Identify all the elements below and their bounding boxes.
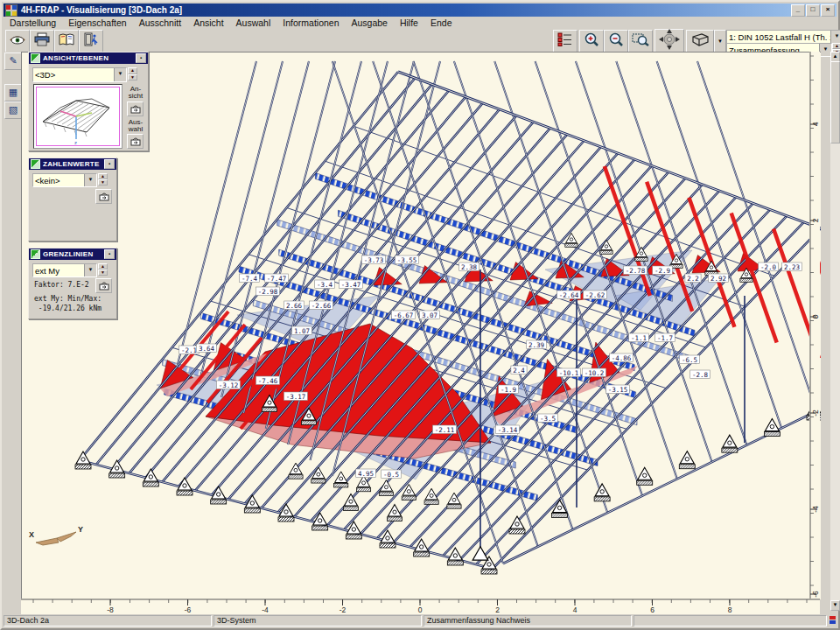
svg-text:-8: -8 — [107, 606, 114, 614]
spin-down-icon[interactable]: ▼ — [128, 74, 137, 81]
minimize-button[interactable]: _ — [791, 4, 805, 17]
scroll-down-icon[interactable]: ▼ — [830, 600, 840, 611]
zoom-in-button[interactable] — [579, 30, 604, 52]
grid-tool-button[interactable]: ▦ — [4, 84, 22, 102]
svg-text:Y: Y — [78, 525, 83, 534]
panel-icon — [31, 249, 40, 259]
svg-text:0: 0 — [811, 314, 820, 318]
horizontal-ruler: -8-6-4-202468 — [21, 598, 820, 614]
menu-darstellung[interactable]: Darstellung — [4, 18, 62, 28]
svg-text:-1.1: -1.1 — [631, 334, 647, 342]
svg-text:-4: -4 — [262, 606, 269, 614]
svg-text:1.07: 1.07 — [294, 327, 310, 335]
edit-tool-button[interactable]: ✎ — [4, 52, 22, 70]
panel-menu-button[interactable]: ▪ — [104, 249, 115, 259]
lastfall-combobox[interactable]: 1: DIN 1052 Lastfall H (Th. 1. Or ▼ — [726, 30, 840, 44]
menu-ende[interactable]: Ende — [424, 18, 458, 28]
svg-text:-2.78: -2.78 — [626, 267, 646, 275]
svg-text:-1.9: -1.9 — [500, 386, 516, 394]
menu-auswahl[interactable]: Auswahl — [230, 18, 277, 28]
apply-values-button[interactable] — [95, 189, 112, 204]
app-window: 4H-FRAP - Visualisierung [3D-Dach 2a] _ … — [0, 0, 840, 630]
panel-title-bar[interactable]: GRENZLINIEN ▪ — [29, 248, 116, 260]
spin-up-icon[interactable]: ▲ — [832, 43, 840, 49]
chevron-down-icon[interactable]: ▼ — [114, 68, 126, 81]
pan-button[interactable] — [654, 29, 684, 53]
svg-text:2: 2 — [495, 606, 500, 614]
status-bar: 3D-Dach 2a 3D-System Zusammenfassung Nac… — [4, 614, 836, 626]
svg-text:4: 4 — [573, 606, 578, 614]
menu-informationen[interactable]: Informationen — [276, 18, 345, 28]
menu-hilfe[interactable]: Hilfe — [394, 18, 424, 28]
svg-text:6: 6 — [650, 606, 654, 614]
maximize-button[interactable]: □ — [806, 4, 820, 17]
chevron-down-icon[interactable]: ▼ — [830, 31, 840, 43]
book-icon — [59, 32, 74, 50]
svg-text:3.07: 3.07 — [422, 312, 438, 319]
svg-text:4.95: 4.95 — [358, 470, 374, 478]
chevron-down-icon[interactable]: ▼ — [819, 44, 831, 56]
spin-up-icon[interactable]: ▲ — [98, 173, 108, 179]
values-combobox[interactable]: <kein> ▼ — [32, 173, 97, 187]
panel-zahlenwerte[interactable]: ZAHLENWERTE ▪ <kein> ▼ ▲▼ — [28, 158, 117, 242]
svg-text:-1.7: -1.7 — [657, 334, 673, 342]
layers-icon: ▧ — [9, 104, 18, 115]
svg-text:-7.4: -7.4 — [242, 275, 258, 283]
svg-text:-6.5: -6.5 — [682, 356, 697, 364]
menu-eigenschaften[interactable]: Eigenschaften — [62, 18, 133, 28]
panel-menu-button[interactable]: ▪ — [136, 53, 146, 63]
svg-text:-10.2: -10.2 — [584, 369, 605, 377]
panel-ansicht-ebenen[interactable]: ANSICHT/EBENEN ▪ <3D> ▼ ▲▼ z An- si — [28, 52, 149, 151]
view-3d-box-button[interactable] — [686, 30, 714, 52]
spin-down-icon[interactable]: ▼ — [98, 179, 108, 186]
grenzlinien-spinner[interactable]: ▲▼ — [98, 263, 108, 276]
close-button[interactable]: × — [821, 4, 835, 17]
view-combobox[interactable]: <3D> ▼ — [32, 67, 127, 82]
grid-icon: ▦ — [9, 87, 18, 97]
svg-text:-2.9: -2.9 — [654, 267, 670, 275]
svg-text:-2.66: -2.66 — [312, 302, 332, 310]
view-spinner[interactable]: ▲▼ — [128, 67, 137, 80]
svg-text:4: 4 — [811, 122, 820, 126]
vertical-scrollbar[interactable]: ▲ ▼ — [830, 52, 840, 611]
zoom-out-button[interactable] — [604, 30, 628, 52]
apply-selection-button[interactable] — [127, 134, 144, 149]
view-3d-dropdown[interactable]: ▼ — [714, 30, 726, 52]
preview-3d-thumbnail[interactable]: z — [33, 84, 122, 149]
chevron-down-icon[interactable]: ▼ — [84, 174, 96, 186]
vertical-scroll-thumb[interactable] — [830, 61, 840, 144]
svg-text:-2.64: -2.64 — [559, 291, 579, 299]
grenzlinien-combobox[interactable]: ext My ▼ — [32, 263, 97, 277]
panel-grenzlinien[interactable]: GRENZLINIEN ▪ ext My ▼ ▲▼ Faktor: 7.E-2 … — [28, 248, 117, 319]
spin-up-icon[interactable]: ▲ — [128, 67, 137, 74]
exit-button[interactable] — [79, 30, 103, 52]
menu-ausschnitt[interactable]: Ausschnitt — [133, 18, 187, 28]
svg-text:-0.5: -0.5 — [383, 471, 399, 479]
print-button[interactable] — [30, 30, 54, 52]
panel-title-bar[interactable]: ZAHLENWERTE ▪ — [29, 158, 116, 170]
svg-text:-6.67: -6.67 — [394, 312, 414, 319]
view-button[interactable] — [5, 30, 30, 52]
svg-text:-2.8: -2.8 — [692, 371, 709, 379]
properties-tree-button[interactable] — [553, 30, 578, 52]
zoom-in-icon — [584, 32, 599, 50]
svg-text:-6: -6 — [185, 606, 192, 614]
help-book-button[interactable] — [54, 30, 79, 52]
spin-down-icon[interactable]: ▼ — [98, 270, 108, 276]
panel-title: GRENZLINIEN — [43, 250, 104, 258]
chevron-down-icon[interactable]: ▼ — [84, 264, 96, 276]
svg-text:-4.86: -4.86 — [612, 354, 632, 362]
panel-menu-button[interactable]: ▪ — [104, 159, 115, 169]
svg-text:-2.11: -2.11 — [435, 426, 455, 434]
values-spinner[interactable]: ▲▼ — [98, 173, 108, 186]
menu-ausgabe[interactable]: Ausgabe — [346, 18, 394, 28]
apply-grenzlinien-button[interactable] — [95, 278, 112, 293]
apply-view-button[interactable] — [127, 102, 144, 116]
spin-up-icon[interactable]: ▲ — [98, 263, 108, 270]
panel-icon — [31, 159, 40, 169]
box-3d-icon — [690, 32, 710, 51]
menu-ansicht[interactable]: Ansicht — [187, 18, 229, 28]
panel-title-bar[interactable]: ANSICHT/EBENEN ▪ — [29, 52, 148, 64]
zoom-window-button[interactable] — [628, 30, 653, 52]
layers-tool-button[interactable]: ▧ — [4, 102, 22, 119]
